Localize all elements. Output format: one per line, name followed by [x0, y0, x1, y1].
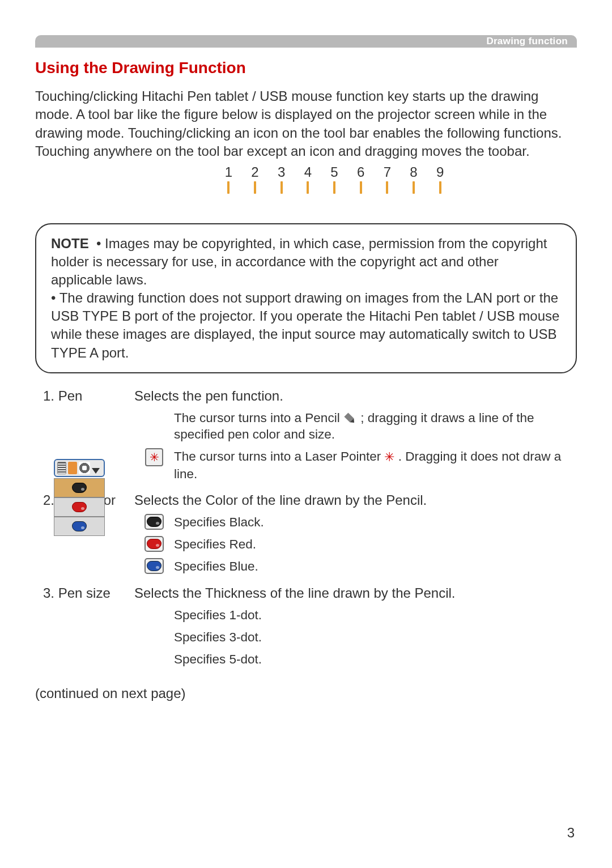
definitions-list: 1. Pen Selects the pen function. The cur… — [35, 388, 577, 674]
toolbar-tick-icon — [254, 181, 256, 194]
note-bullet: Images may be copyrighted, in which case… — [51, 236, 547, 287]
toolbar-num: 6 — [350, 164, 372, 180]
toolbar-num: 4 — [296, 164, 319, 180]
size-sub-text: Specifies 1-dot. — [174, 607, 577, 623]
toolbar-num: 7 — [376, 164, 398, 180]
palette-item-black — [54, 478, 105, 497]
laser-pointer-icon: ✳ — [145, 448, 163, 466]
def-number: 3. — [43, 585, 54, 601]
laser-inline-icon: ✳ — [384, 450, 394, 464]
note-label: NOTE — [51, 236, 89, 251]
toolbar-tick-icon — [360, 181, 362, 194]
note-box: NOTE • Images may be copyrighted, in whi… — [35, 223, 577, 373]
palette-dropdown-icon — [92, 468, 100, 474]
palette-lines-icon — [57, 462, 66, 474]
header-bar: Drawing function — [35, 35, 577, 48]
color-sub-text: Specifies Black. — [174, 514, 577, 530]
toolbar-number-row: 1 2 3 4 5 6 7 8 9 — [92, 164, 577, 180]
palette-palette-icon — [79, 462, 90, 474]
def-name: Pen — [58, 388, 83, 403]
page-number: 3 — [567, 825, 575, 841]
definition-desc: Selects the Color of the line drawn by t… — [134, 492, 577, 508]
definition-row: 3. Pen size Selects the Thickness of the… — [35, 585, 577, 674]
palette-blue-icon — [144, 558, 164, 574]
color-sub-text: Specifies Red. — [174, 536, 577, 552]
toolbar-num: 2 — [244, 164, 266, 180]
def-name: Pen size — [58, 585, 110, 601]
definition-row: 1. Pen Selects the pen function. The cur… — [35, 388, 577, 488]
toolbar-tick-row — [92, 181, 577, 196]
toolbar-tick-icon — [333, 181, 335, 194]
definition-desc: Selects the Thickness of the line drawn … — [134, 585, 577, 601]
size-sub-text: Specifies 5-dot. — [174, 651, 577, 667]
palette-red-icon — [144, 536, 164, 552]
pen-sub-text: The cursor turns into a Pencil ; draggin… — [174, 410, 577, 443]
toolbar-tick-icon — [280, 181, 283, 194]
color-sub-text: Specifies Blue. — [174, 558, 577, 575]
laser-sub-text: The cursor turns into a Laser Pointer ✳ … — [174, 448, 577, 482]
toolbar-tick-icon — [413, 181, 415, 194]
def-number: 1. — [43, 388, 54, 403]
def-number: 2. — [43, 492, 54, 508]
continued-text: (continued on next page) — [35, 686, 577, 701]
header-label: Drawing function — [486, 36, 568, 47]
intro-paragraph: Touching/clicking Hitachi Pen tablet / U… — [35, 87, 577, 161]
definition-row: 2. Pen color Selects the Color of the li… — [35, 492, 577, 581]
size-sub-text: Specifies 3-dot. — [174, 629, 577, 645]
toolbar-tick-icon — [439, 181, 441, 194]
definition-term: 3. Pen size — [35, 585, 134, 601]
palette-item-blue — [54, 517, 105, 536]
toolbar-tick-icon — [307, 181, 309, 194]
toolbar-num: 5 — [323, 164, 346, 180]
toolbar-num: 8 — [402, 164, 425, 180]
page-content: Using the Drawing Function Touching/clic… — [35, 59, 577, 701]
color-palette-graphic — [54, 459, 105, 536]
definition-term: 1. Pen — [35, 388, 134, 404]
toolbar-tick-icon — [227, 181, 230, 194]
note-bullet: The drawing function does not support dr… — [51, 290, 559, 360]
toolbar-num: 9 — [429, 164, 452, 180]
pencil-inline-icon — [342, 411, 358, 427]
palette-pen-icon — [68, 462, 77, 474]
toolbar-tick-icon — [386, 181, 388, 194]
palette-black-icon — [144, 514, 164, 530]
definition-desc: Selects the pen function. — [134, 388, 577, 404]
toolbar-num: 1 — [217, 164, 240, 180]
palette-toolbar-icon — [54, 459, 105, 477]
toolbar-num: 3 — [270, 164, 293, 180]
section-title: Using the Drawing Function — [35, 59, 577, 77]
palette-item-red — [54, 497, 105, 517]
